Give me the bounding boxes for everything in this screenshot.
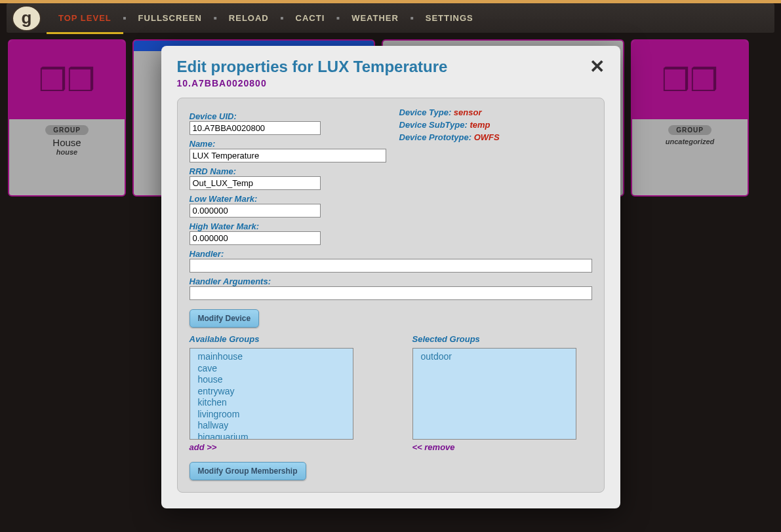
- name-label: Name:: [190, 139, 386, 149]
- list-item[interactable]: bigaquarium: [190, 432, 353, 440]
- type-label: Device Type:: [399, 107, 452, 117]
- modify-group-button[interactable]: Modify Group Membership: [190, 462, 306, 480]
- add-link[interactable]: add >>: [190, 442, 217, 452]
- modal-overlay: Edit properties for LUX Temperature 10.A…: [0, 0, 781, 532]
- edit-modal: Edit properties for LUX Temperature 10.A…: [161, 46, 620, 508]
- subtype-value: temp: [470, 120, 490, 130]
- list-item[interactable]: hallway: [190, 420, 353, 432]
- list-item[interactable]: cave: [190, 363, 353, 375]
- rrd-input[interactable]: [190, 176, 321, 190]
- close-icon[interactable]: ✕: [590, 58, 605, 76]
- list-item[interactable]: kitchen: [190, 397, 353, 409]
- list-item[interactable]: outdoor: [413, 351, 576, 363]
- lwm-input[interactable]: [190, 204, 321, 218]
- available-groups-listbox[interactable]: mainhousecavehouseentrywaykitchenlivingr…: [190, 348, 353, 440]
- list-item[interactable]: livingroom: [190, 409, 353, 421]
- lwm-label: Low Water Mark:: [190, 194, 386, 204]
- hwm-label: High Water Mark:: [190, 221, 386, 231]
- proto-label: Device Prototype:: [399, 132, 472, 142]
- subtype-label: Device SubType:: [399, 120, 468, 130]
- type-value: sensor: [454, 107, 482, 117]
- uid-input[interactable]: [190, 121, 321, 135]
- uid-label: Device UID:: [190, 111, 386, 121]
- name-input[interactable]: [190, 149, 386, 162]
- available-groups-label: Available Groups: [190, 334, 353, 344]
- hwm-input[interactable]: [190, 231, 321, 245]
- hargs-input[interactable]: [190, 286, 592, 300]
- selected-groups-label: Selected Groups: [412, 334, 576, 344]
- selected-groups-listbox[interactable]: outdoor: [412, 348, 576, 440]
- remove-link[interactable]: << remove: [412, 442, 455, 452]
- handler-label: Handler:: [190, 249, 592, 259]
- list-item[interactable]: house: [190, 374, 353, 386]
- list-item[interactable]: mainhouse: [190, 351, 353, 363]
- modify-device-button[interactable]: Modify Device: [190, 309, 260, 328]
- list-item[interactable]: entryway: [190, 386, 353, 398]
- hargs-label: Handler Arguments:: [190, 276, 592, 286]
- modal-subtitle: 10.A7BBA0020800: [177, 78, 448, 88]
- rrd-label: RRD Name:: [190, 166, 386, 176]
- modal-title: Edit properties for LUX Temperature: [177, 58, 448, 76]
- proto-value: OWFS: [474, 132, 500, 142]
- handler-input[interactable]: [190, 259, 592, 273]
- form-panel: Device UID: Name: RRD Name: Low Water Ma…: [177, 98, 605, 493]
